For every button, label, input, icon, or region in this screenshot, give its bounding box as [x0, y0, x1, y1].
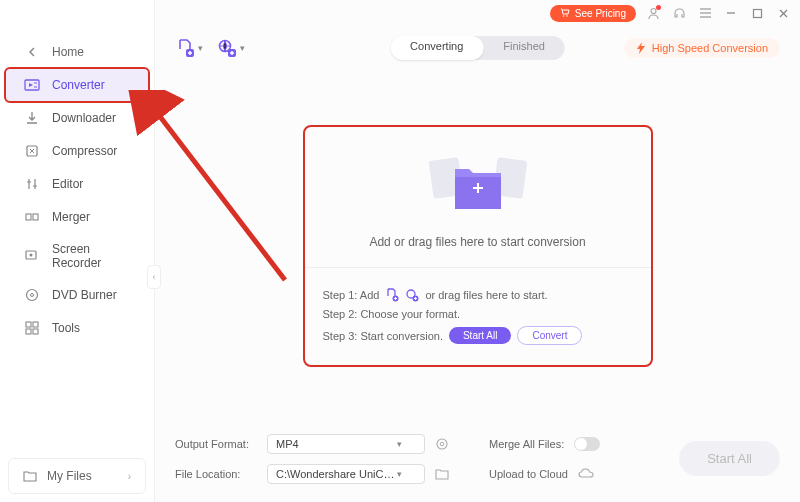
- converter-icon: [24, 77, 40, 93]
- add-url-icon: [405, 288, 419, 302]
- chevron-down-icon: ▾: [240, 43, 245, 53]
- hsc-label: High Speed Conversion: [652, 42, 768, 54]
- chevron-down-icon: ▾: [198, 43, 203, 53]
- svg-point-6: [27, 290, 38, 301]
- file-location-select[interactable]: C:\Wondershare UniConverter▾: [267, 464, 425, 484]
- sidebar: Home Converter Downloader Compressor: [0, 0, 155, 502]
- merge-label: Merge All Files:: [489, 438, 564, 450]
- svg-point-12: [563, 15, 565, 17]
- settings-icon[interactable]: [435, 437, 449, 451]
- dvd-icon: [24, 287, 40, 303]
- my-files-button[interactable]: My Files ›: [8, 458, 146, 494]
- dropzone-text: Add or drag files here to start conversi…: [305, 235, 651, 249]
- svg-rect-22: [477, 183, 479, 193]
- sidebar-item-merger[interactable]: Merger: [6, 201, 148, 233]
- main-panel: ‹ See Pricing: [155, 0, 800, 502]
- sidebar-item-label: Compressor: [52, 144, 117, 158]
- sidebar-item-screen-recorder[interactable]: Screen Recorder: [6, 234, 148, 278]
- high-speed-conversion-button[interactable]: High Speed Conversion: [624, 38, 780, 58]
- svg-rect-10: [26, 329, 31, 334]
- bottom-bar: Output Format: MP4▾ Merge All Files: Fil…: [155, 422, 800, 502]
- steps-panel: Step 1: Add or drag files here to start.…: [305, 268, 651, 365]
- folder-illustration: [305, 151, 651, 221]
- dropzone[interactable]: Add or drag files here to start conversi…: [303, 125, 653, 367]
- toolbar: ▾ ▾ Converting Finished High Speed Conve…: [155, 26, 800, 70]
- sidebar-item-label: DVD Burner: [52, 288, 117, 302]
- output-format-label: Output Format:: [175, 438, 257, 450]
- tab-finished[interactable]: Finished: [483, 36, 565, 60]
- svg-point-5: [30, 254, 33, 257]
- screen-recorder-icon: [24, 248, 40, 264]
- sidebar-item-downloader[interactable]: Downloader: [6, 102, 148, 134]
- account-icon[interactable]: [644, 4, 662, 22]
- start-all-pill[interactable]: Start All: [449, 327, 511, 344]
- svg-rect-11: [33, 329, 38, 334]
- cart-icon: [560, 8, 570, 18]
- start-all-button[interactable]: Start All: [679, 441, 780, 476]
- sidebar-item-editor[interactable]: Editor: [6, 168, 148, 200]
- content-area: Add or drag files here to start conversi…: [155, 70, 800, 422]
- svg-rect-15: [753, 9, 761, 17]
- merger-icon: [24, 209, 40, 225]
- folder-icon: [23, 470, 37, 482]
- bolt-icon: [636, 42, 646, 54]
- step-3: Step 3: Start conversion. Start All Conv…: [323, 326, 633, 345]
- svg-rect-8: [26, 322, 31, 327]
- svg-point-7: [31, 294, 34, 297]
- maximize-icon[interactable]: [748, 4, 766, 22]
- add-file-icon: [385, 288, 399, 302]
- sidebar-item-compressor[interactable]: Compressor: [6, 135, 148, 167]
- svg-point-13: [566, 15, 568, 17]
- see-pricing-label: See Pricing: [575, 8, 626, 19]
- svg-rect-3: [33, 214, 38, 220]
- sidebar-item-tools[interactable]: Tools: [6, 312, 148, 344]
- back-arrow-icon: [24, 44, 40, 60]
- sidebar-item-home[interactable]: Home: [6, 36, 148, 68]
- add-file-button[interactable]: ▾: [175, 38, 203, 58]
- minimize-icon[interactable]: [722, 4, 740, 22]
- step-1: Step 1: Add or drag files here to start.: [323, 288, 633, 302]
- status-tabs: Converting Finished: [390, 36, 565, 60]
- svg-point-26: [437, 439, 447, 449]
- titlebar: See Pricing: [155, 0, 800, 26]
- menu-icon[interactable]: [696, 4, 714, 22]
- sidebar-item-label: Screen Recorder: [52, 242, 130, 270]
- convert-pill[interactable]: Convert: [517, 326, 582, 345]
- add-url-button[interactable]: ▾: [217, 38, 245, 58]
- svg-point-14: [651, 8, 656, 13]
- my-files-label: My Files: [47, 469, 92, 483]
- merge-toggle[interactable]: [574, 437, 600, 451]
- support-icon[interactable]: [670, 4, 688, 22]
- file-location-label: File Location:: [175, 468, 257, 480]
- tab-converting[interactable]: Converting: [390, 36, 483, 60]
- sidebar-item-label: Converter: [52, 78, 105, 92]
- sidebar-item-label: Editor: [52, 177, 83, 191]
- sidebar-item-label: Tools: [52, 321, 80, 335]
- sidebar-item-converter[interactable]: Converter: [6, 69, 148, 101]
- compressor-icon: [24, 143, 40, 159]
- cloud-icon[interactable]: [578, 468, 594, 480]
- svg-point-27: [440, 442, 444, 446]
- sidebar-item-label: Home: [52, 45, 84, 59]
- close-icon[interactable]: [774, 4, 792, 22]
- downloader-icon: [24, 110, 40, 126]
- sidebar-item-label: Downloader: [52, 111, 116, 125]
- output-format-select[interactable]: MP4▾: [267, 434, 425, 454]
- sidebar-item-dvd-burner[interactable]: DVD Burner: [6, 279, 148, 311]
- svg-rect-9: [33, 322, 38, 327]
- editor-icon: [24, 176, 40, 192]
- upload-label: Upload to Cloud: [489, 468, 568, 480]
- open-folder-icon[interactable]: [435, 468, 449, 480]
- step-2: Step 2: Choose your format.: [323, 308, 633, 320]
- sidebar-item-label: Merger: [52, 210, 90, 224]
- tools-icon: [24, 320, 40, 336]
- chevron-right-icon: ›: [128, 471, 131, 482]
- see-pricing-button[interactable]: See Pricing: [550, 5, 636, 22]
- svg-rect-2: [26, 214, 31, 220]
